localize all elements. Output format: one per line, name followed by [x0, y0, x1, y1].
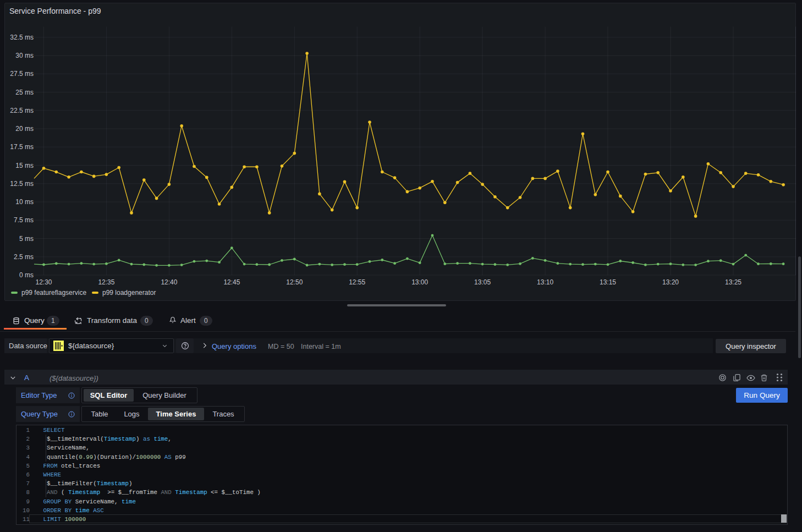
svg-text:22.5 ms: 22.5 ms: [10, 107, 34, 114]
svg-text:27.5 ms: 27.5 ms: [10, 70, 34, 78]
svg-text:7.5 ms: 7.5 ms: [14, 216, 34, 224]
svg-text:20 ms: 20 ms: [15, 125, 34, 133]
svg-text:12:35: 12:35: [98, 278, 114, 286]
svg-text:12:30: 12:30: [35, 278, 52, 286]
svg-text:30 ms: 30 ms: [15, 52, 34, 59]
svg-text:0 ms: 0 ms: [19, 271, 34, 279]
svg-text:25 ms: 25 ms: [15, 89, 34, 96]
svg-text:17.5 ms: 17.5 ms: [10, 143, 34, 151]
svg-text:10 ms: 10 ms: [15, 198, 34, 206]
svg-text:15 ms: 15 ms: [15, 162, 34, 169]
svg-text:13:20: 13:20: [662, 278, 679, 286]
svg-text:13:25: 13:25: [725, 278, 741, 286]
svg-text:2.5 ms: 2.5 ms: [14, 253, 34, 261]
svg-text:13:05: 13:05: [474, 278, 491, 286]
svg-text:12.5 ms: 12.5 ms: [10, 180, 34, 188]
svg-text:32.5 ms: 32.5 ms: [10, 34, 34, 41]
svg-text:12:50: 12:50: [286, 278, 303, 286]
svg-text:12:55: 12:55: [349, 278, 365, 286]
svg-text:13:10: 13:10: [537, 278, 553, 286]
svg-text:12:40: 12:40: [161, 278, 177, 286]
svg-text:5 ms: 5 ms: [19, 235, 34, 243]
svg-text:13:00: 13:00: [411, 278, 428, 286]
svg-text:12:45: 12:45: [223, 278, 240, 286]
svg-text:13:15: 13:15: [600, 278, 616, 286]
